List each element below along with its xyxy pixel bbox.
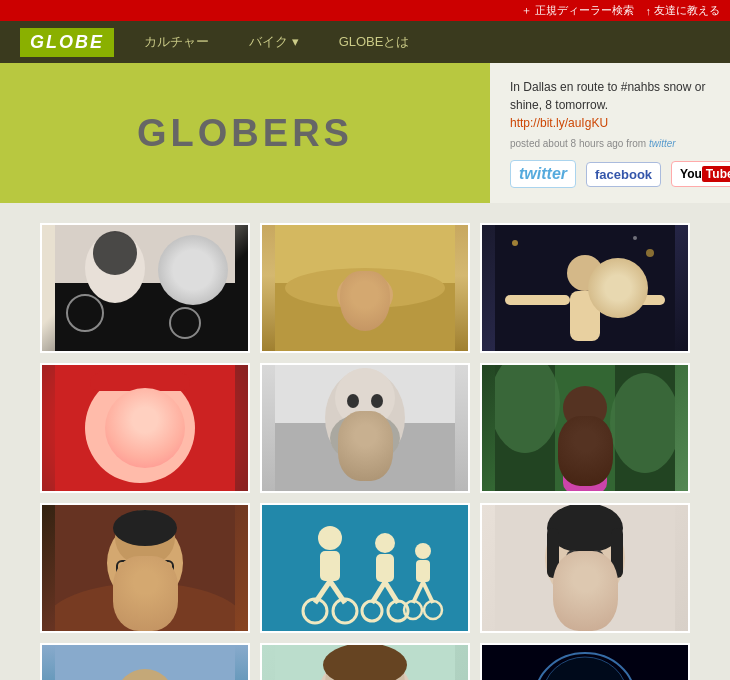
svg-point-24 [117,412,133,430]
page-title: GLOBERS [137,112,353,155]
photo-cell-4[interactable] [40,363,250,493]
photo-9-image [495,503,675,633]
svg-point-33 [347,394,359,408]
tweet-link[interactable]: http://bit.ly/auIgKU [510,116,608,130]
photo-cell-2[interactable] [260,223,470,353]
tweet-text: In Dallas en route to #nahbs snow or shi… [510,78,710,132]
nav-bike[interactable]: バイク ▾ [249,33,299,51]
main-content [0,203,730,680]
svg-rect-74 [547,528,559,578]
share-label: 友達に教える [654,3,720,18]
photo-grid [40,223,690,680]
svg-point-25 [147,412,163,430]
header-sidebar: In Dallas en route to #nahbs snow or shi… [490,63,730,203]
photo-1-image [55,223,235,353]
photo-cell-7[interactable] [40,503,250,633]
svg-rect-19 [505,295,570,305]
svg-point-15 [646,249,654,257]
photo-8-image [275,503,455,633]
svg-point-12 [370,284,380,298]
photo-cell-6[interactable] [480,363,690,493]
tweet-source: twitter [649,138,676,149]
svg-point-10 [337,273,393,317]
photo-6-image [495,363,675,493]
photo-cell-3[interactable] [480,223,690,353]
photo-11-image [275,643,455,680]
photo-cell-5[interactable] [260,363,470,493]
svg-rect-1 [55,283,235,353]
svg-rect-26 [90,373,190,391]
photo-3-image [495,223,675,353]
photo-10-image [55,643,235,680]
svg-rect-29 [275,423,455,493]
svg-point-17 [567,255,603,291]
nav-culture[interactable]: カルチャー [144,33,209,51]
svg-rect-47 [149,561,173,575]
svg-rect-46 [117,561,141,575]
site-logo[interactable]: GLOBE [20,28,114,57]
header-title-area: GLOBERS [0,63,490,203]
photo-cell-11[interactable] [260,643,470,680]
svg-point-40 [563,386,607,430]
svg-point-50 [156,563,166,573]
svg-point-14 [512,240,518,246]
svg-rect-20 [600,295,665,305]
svg-point-11 [350,284,360,298]
dealer-icon: ＋ [521,3,532,18]
photo-cell-10[interactable] [40,643,250,680]
photo-4-image [55,363,235,493]
svg-point-77 [590,550,604,566]
svg-point-49 [124,563,134,573]
photo-cell-9[interactable] [480,503,690,633]
photo-2-image [275,223,455,353]
social-icons: twitter facebook YouTube [510,160,710,188]
dealer-search-link[interactable]: ＋ 正規ディーラー検索 [521,3,634,18]
svg-rect-66 [416,560,430,582]
photo-cell-12[interactable] [480,643,690,680]
nav-links: カルチャー バイク ▾ GLOBEとは [144,33,710,51]
svg-rect-41 [563,430,607,493]
svg-point-3 [93,231,137,275]
photo-cell-8[interactable] [260,503,470,633]
svg-rect-75 [611,528,623,578]
page-header: GLOBERS In Dallas en route to #nahbs sno… [0,63,730,203]
svg-rect-18 [570,291,600,341]
photo-5-image [275,363,455,493]
top-bar: ＋ 正規ディーラー検索 ↑ 友達に教える [0,0,730,21]
photo-cell-1[interactable] [40,223,250,353]
svg-point-76 [566,550,580,566]
photo-12-image [495,643,675,680]
share-link[interactable]: ↑ 友達に教える [646,3,721,18]
facebook-badge[interactable]: facebook [586,162,661,187]
svg-point-32 [330,413,400,463]
nav-about[interactable]: GLOBEとは [339,33,410,51]
svg-point-59 [375,533,395,553]
svg-point-34 [371,394,383,408]
svg-point-53 [318,526,342,550]
svg-point-9 [285,268,445,308]
svg-rect-60 [376,554,394,582]
dealer-search-label: 正規ディーラー検索 [535,3,634,18]
youtube-badge[interactable]: YouTube [671,161,730,187]
twitter-badge[interactable]: twitter [510,160,576,188]
main-nav: GLOBE カルチャー バイク ▾ GLOBEとは [0,21,730,63]
svg-rect-7 [275,223,455,283]
tweet-meta: posted about 8 hours ago from twitter [510,138,710,149]
svg-point-65 [415,543,431,559]
tweet-area: In Dallas en route to #nahbs snow or shi… [510,78,710,149]
svg-point-51 [113,510,177,546]
svg-point-31 [335,368,395,428]
svg-point-16 [633,236,637,240]
svg-rect-54 [320,551,340,581]
share-icon: ↑ [646,5,652,17]
photo-7-image [55,503,235,633]
